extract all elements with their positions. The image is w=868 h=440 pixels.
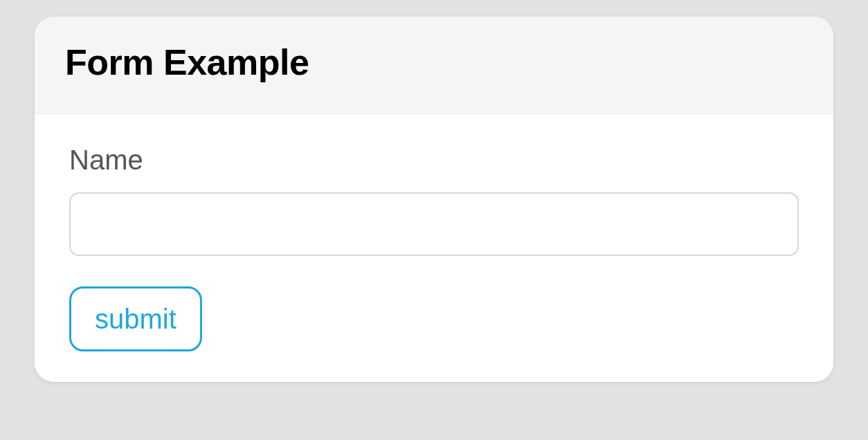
name-label: Name [69,145,799,176]
card-title: Form Example [65,42,803,83]
card-body: Name submit [35,114,833,382]
card-header: Form Example [35,17,833,114]
name-input[interactable] [69,192,799,256]
form-card: Form Example Name submit [35,17,833,382]
submit-button[interactable]: submit [69,286,202,351]
